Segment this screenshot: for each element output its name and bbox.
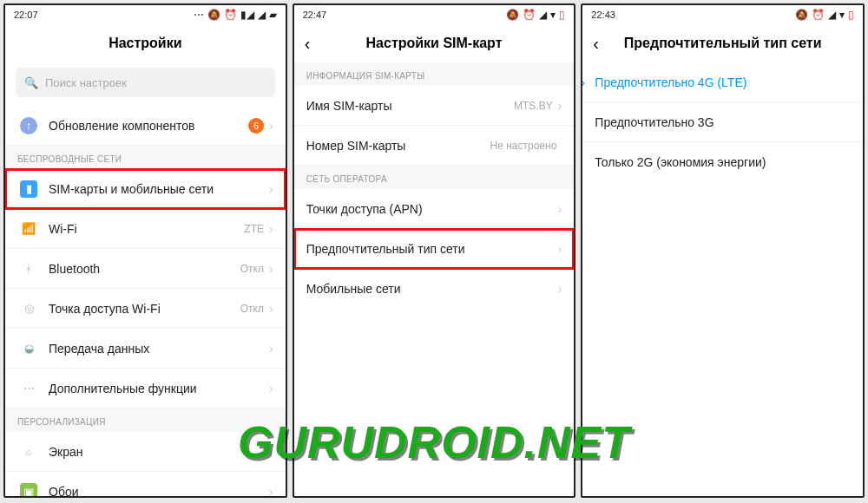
back-button[interactable]: ‹ — [593, 34, 599, 54]
pref-net-label: Предпочтительный тип сети — [306, 242, 558, 256]
sim-number-value: Не настроено — [490, 140, 557, 152]
chevron-right-icon: › — [558, 242, 562, 256]
status-bar: 22:47 🔕⏰◢▾▯ — [294, 5, 575, 24]
chevron-right-icon: › — [269, 445, 273, 459]
chevron-right-icon: › — [269, 382, 273, 395]
status-bar: 22:07 ⋯🔕⏰▮◢◢▰ — [5, 5, 286, 24]
row-preferred-network[interactable]: Предпочтительный тип сети › — [294, 229, 575, 269]
sim-name-value: MTS.BY — [514, 100, 553, 112]
row-data-usage[interactable]: ◒ Передача данных › — [5, 329, 286, 369]
update-label: Обновление компонентов — [49, 119, 248, 133]
bluetooth-icon: ᚼ — [20, 260, 37, 278]
status-icons: 🔕⏰◢▾▯ — [506, 10, 565, 20]
chevron-right-icon: › — [269, 222, 273, 236]
more-icon: ⋯ — [20, 380, 37, 397]
header: Настройки — [5, 24, 286, 62]
data-icon: ◒ — [20, 340, 37, 357]
chevron-right-icon: › — [269, 342, 273, 356]
option-3g[interactable]: Предпочтительно 3G — [582, 102, 863, 142]
hotspot-icon: ◎ — [20, 300, 37, 317]
update-badge: 6 — [248, 118, 264, 134]
network-type-list: › Предпочтительно 4G (LTE) Предпочтитель… — [582, 62, 863, 496]
section-wireless: БЕСПРОВОДНЫЕ СЕТИ — [5, 146, 286, 169]
status-time: 22:07 — [14, 10, 38, 20]
status-time: 22:43 — [591, 10, 615, 20]
mobile-net-label: Мобильные сети — [306, 282, 558, 296]
search-icon: 🔍 — [24, 76, 38, 89]
update-icon: ↑ — [20, 117, 37, 134]
wallpaper-label: Обои — [49, 485, 269, 496]
display-icon: ☼ — [20, 443, 37, 461]
status-icons: 🔕⏰◢▾▯ — [795, 10, 854, 20]
row-wallpaper[interactable]: ▣ Обои › — [5, 472, 286, 496]
display-label: Экран — [49, 445, 269, 459]
chevron-right-icon: › — [269, 182, 273, 196]
row-sim-name[interactable]: Имя SIM-карты MTS.BY › — [294, 86, 575, 126]
status-icons: ⋯🔕⏰▮◢◢▰ — [194, 10, 277, 20]
more-label: Дополнительные функции — [49, 382, 269, 395]
status-bar: 22:43 🔕⏰◢▾▯ — [582, 5, 863, 24]
chevron-right-icon: › — [269, 485, 273, 496]
chevron-right-icon: › — [558, 99, 562, 113]
data-label: Передача данных — [49, 342, 269, 356]
chevron-right-icon: › — [269, 302, 273, 316]
wallpaper-icon: ▣ — [20, 483, 37, 496]
search-input[interactable]: 🔍 Поиск настроек — [16, 68, 275, 97]
option-4g[interactable]: › Предпочтительно 4G (LTE) — [582, 62, 863, 102]
hotspot-label: Точка доступа Wi-Fi — [49, 302, 240, 316]
row-sim-networks[interactable]: ▮ SIM-карты и мобильные сети › — [5, 169, 286, 209]
page-title: Настройки SIM-карт — [366, 36, 503, 51]
chevron-right-icon: › — [269, 119, 273, 133]
section-operator: СЕТЬ ОПЕРАТОРА — [294, 166, 575, 189]
hotspot-value: Откл — [240, 303, 264, 315]
wifi-label: Wi-Fi — [49, 222, 244, 236]
page-title: Настройки — [108, 36, 181, 51]
row-wifi[interactable]: 📶 Wi-Fi ZTE › — [5, 209, 286, 249]
back-button[interactable]: ‹ — [305, 34, 311, 54]
bt-label: Bluetooth — [49, 262, 240, 276]
chevron-right-icon: › — [558, 282, 562, 296]
sim-settings-list: ИНФОРМАЦИЯ SIM-КАРТЫ Имя SIM-карты MTS.B… — [294, 62, 575, 496]
apn-label: Точки доступа (APN) — [306, 202, 558, 216]
opt-3g-label: Предпочтительно 3G — [595, 115, 851, 129]
option-2g[interactable]: Только 2G (экономия энергии) — [582, 142, 863, 182]
page-title: Предпочтительный тип сети — [624, 36, 822, 51]
row-bluetooth[interactable]: ᚼ Bluetooth Откл › — [5, 249, 286, 289]
phone-settings: 22:07 ⋯🔕⏰▮◢◢▰ Настройки 🔍 Поиск настроек… — [3, 3, 287, 498]
chevron-right-icon: › — [269, 262, 273, 276]
phone-sim-settings: 22:47 🔕⏰◢▾▯ ‹ Настройки SIM-карт ИНФОРМА… — [293, 3, 576, 498]
row-display[interactable]: ☼ Экран › — [5, 432, 286, 472]
chevron-right-icon: › — [582, 75, 585, 89]
row-mobile-networks[interactable]: Мобильные сети › — [294, 269, 575, 309]
row-more[interactable]: ⋯ Дополнительные функции › — [5, 369, 286, 408]
wifi-value: ZTE — [244, 223, 264, 235]
header: ‹ Предпочтительный тип сети — [582, 24, 863, 62]
row-update[interactable]: ↑ Обновление компонентов 6 › — [5, 106, 286, 146]
sim-number-label: Номер SIM-карты — [306, 139, 490, 153]
bt-value: Откл — [240, 263, 264, 275]
chevron-right-icon: › — [558, 202, 562, 216]
row-hotspot[interactable]: ◎ Точка доступа Wi-Fi Откл › — [5, 289, 286, 329]
status-time: 22:47 — [303, 10, 327, 20]
phone-network-type: 22:43 🔕⏰◢▾▯ ‹ Предпочтительный тип сети … — [581, 3, 865, 498]
wifi-icon: 📶 — [20, 220, 37, 238]
section-sim-info: ИНФОРМАЦИЯ SIM-КАРТЫ — [294, 62, 575, 86]
settings-list: ↑ Обновление компонентов 6 › БЕСПРОВОДНЫ… — [5, 106, 286, 496]
header: ‹ Настройки SIM-карт — [294, 24, 575, 62]
row-apn[interactable]: Точки доступа (APN) › — [294, 189, 575, 229]
section-personalization: ПЕРСОНАЛИЗАЦИЯ — [5, 408, 286, 432]
search-placeholder: Поиск настроек — [45, 76, 127, 89]
sim-label: SIM-карты и мобильные сети — [49, 182, 269, 196]
sim-name-label: Имя SIM-карты — [306, 99, 514, 113]
opt-2g-label: Только 2G (экономия энергии) — [595, 155, 851, 169]
sim-icon: ▮ — [20, 180, 37, 198]
opt-4g-label: Предпочтительно 4G (LTE) — [595, 75, 851, 89]
row-sim-number[interactable]: Номер SIM-карты Не настроено — [294, 126, 575, 166]
